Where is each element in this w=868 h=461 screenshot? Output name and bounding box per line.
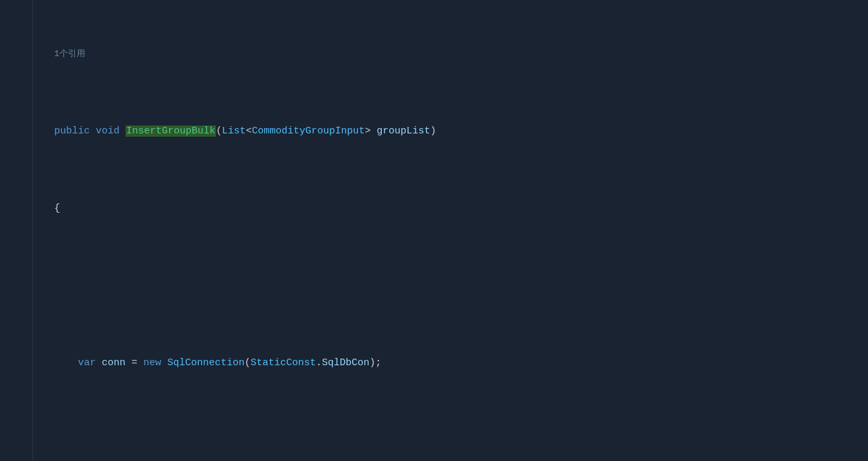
line-num-27 [5, 428, 26, 444]
marker-12 [33, 190, 44, 206]
marker-3 [33, 48, 44, 63]
outer-open-brace: { [54, 201, 868, 217]
marker-7 [33, 111, 44, 127]
marker-13 [33, 206, 44, 222]
marker-22 [33, 349, 44, 365]
blank-line-1 [54, 278, 868, 294]
marker-4 [33, 63, 44, 79]
line-num-8 [5, 127, 26, 143]
line-num-9 [5, 143, 26, 159]
marker-18 [33, 285, 44, 301]
line-num-25 [5, 396, 26, 412]
code-area: 1个引用 public void InsertGroupBulk(List<Co… [44, 0, 868, 461]
var-conn-line: var conn = new SqlConnection(StaticConst… [54, 355, 868, 371]
line-num-ref [5, 0, 26, 16]
marker-20 [33, 317, 44, 333]
line-num-28 [5, 444, 26, 460]
line-num-11 [5, 174, 26, 190]
marker-28 [33, 444, 44, 460]
line-numbers [0, 0, 33, 461]
line-num-4 [5, 63, 26, 79]
line-num-23 [5, 365, 26, 380]
line-num-3 [5, 48, 26, 63]
line-num-7 [5, 111, 26, 127]
marker-17 [33, 269, 44, 285]
line-num-19 [5, 301, 26, 317]
marker-5 [33, 79, 44, 95]
left-markers [33, 0, 44, 461]
line-num-26 [5, 412, 26, 428]
line-num-10 [5, 159, 26, 174]
line-num-13 [5, 206, 26, 222]
marker-9 [33, 143, 44, 159]
marker-11 [33, 174, 44, 190]
marker-24 [33, 380, 44, 396]
marker-6 [33, 95, 44, 111]
marker-16 [33, 254, 44, 269]
marker-27 [33, 428, 44, 444]
line-num-22 [5, 349, 26, 365]
marker-1 [33, 16, 44, 32]
marker-19 [33, 301, 44, 317]
line-num-17 [5, 269, 26, 285]
line-num-21 [5, 333, 26, 349]
line-num-18 [5, 285, 26, 301]
marker-21 [33, 333, 44, 349]
line-num-24 [5, 380, 26, 396]
line-num-16 [5, 254, 26, 269]
line-num-20 [5, 317, 26, 333]
line-num-1 [5, 16, 26, 32]
marker-25 [33, 396, 44, 412]
code-editor: 1个引用 public void InsertGroupBulk(List<Co… [0, 0, 868, 461]
marker-23 [33, 365, 44, 380]
line-num-14 [5, 222, 26, 238]
line-num-2 [5, 32, 26, 48]
marker-8 [33, 127, 44, 143]
line-num-6 [5, 95, 26, 111]
marker-26 [33, 412, 44, 428]
marker-2 [33, 32, 44, 48]
line-num-12 [5, 190, 26, 206]
line-num-15 [5, 238, 26, 254]
method-signature-line: public void InsertGroupBulk(List<Commodi… [54, 124, 868, 139]
line-num-5 [5, 79, 26, 95]
marker-14 [33, 222, 44, 238]
ref-line: 1个引用 [54, 46, 868, 62]
marker-ref [33, 0, 44, 16]
marker-15 [33, 238, 44, 254]
marker-10 [33, 159, 44, 174]
blank-line-2 [54, 433, 868, 448]
